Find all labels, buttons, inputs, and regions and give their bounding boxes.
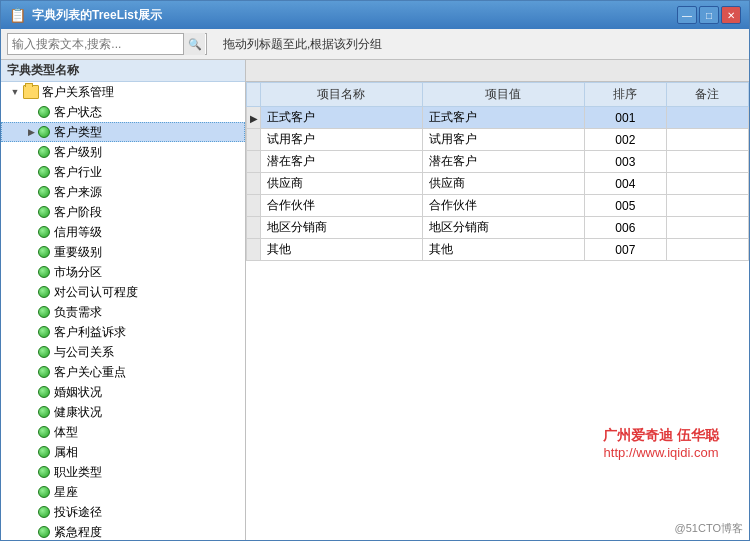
- cell-note: [666, 195, 748, 217]
- table-row[interactable]: 合作伙伴 合作伙伴 005: [247, 195, 749, 217]
- tree-item-18[interactable]: 属相: [1, 442, 245, 462]
- table-row[interactable]: 潜在客户 潜在客户 003: [247, 151, 749, 173]
- tree-item-label-8: 重要级别: [54, 244, 102, 261]
- tree-root-row[interactable]: ▼ 客户关系管理: [1, 82, 245, 102]
- status-dot-14: [38, 366, 50, 378]
- tree-item-17[interactable]: 体型: [1, 422, 245, 442]
- tree-item-9[interactable]: 市场分区: [1, 262, 245, 282]
- row-indicator: [247, 151, 261, 173]
- tree-item-label-17: 体型: [54, 424, 78, 441]
- tree-item-10[interactable]: 对公司认可程度: [1, 282, 245, 302]
- tree-item-6[interactable]: 客户阶段: [1, 202, 245, 222]
- search-input[interactable]: [8, 37, 183, 51]
- status-dot-11: [38, 306, 50, 318]
- tree-item-label-7: 信用等级: [54, 224, 102, 241]
- table-row[interactable]: ▶ 正式客户 正式客户 001: [247, 107, 749, 129]
- tree-item-label-2: 客户类型: [54, 124, 102, 141]
- status-dot-16: [38, 406, 50, 418]
- tree-item-label-11: 负责需求: [54, 304, 102, 321]
- status-dot-12: [38, 326, 50, 338]
- col-name[interactable]: 项目名称: [261, 83, 423, 107]
- tree-item-label-15: 婚姻状况: [54, 384, 102, 401]
- minimize-button[interactable]: —: [677, 6, 697, 24]
- tree-item-19[interactable]: 职业类型: [1, 462, 245, 482]
- tree-item-label-12: 客户利益诉求: [54, 324, 126, 341]
- cell-name: 潜在客户: [261, 151, 423, 173]
- row-indicator: [247, 173, 261, 195]
- tree-item-label-9: 市场分区: [54, 264, 102, 281]
- tree-item-21[interactable]: 投诉途径: [1, 502, 245, 522]
- tree-collapse-icon[interactable]: ▼: [7, 84, 23, 100]
- toolbar: 🔍 拖动列标题至此,根据该列分组: [1, 29, 749, 60]
- search-button[interactable]: 🔍: [183, 33, 205, 55]
- tree-item-4[interactable]: 客户行业: [1, 162, 245, 182]
- cell-name: 合作伙伴: [261, 195, 423, 217]
- title-bar: 📋 字典列表的TreeList展示 — □ ✕: [1, 1, 749, 29]
- status-dot-7: [38, 226, 50, 238]
- cell-order: 007: [584, 239, 666, 261]
- tree-item-label-4: 客户行业: [54, 164, 102, 181]
- watermark-line1: 广州爱奇迪 伍华聪: [603, 427, 719, 445]
- watermark: 广州爱奇迪 伍华聪 http://www.iqidi.com: [603, 427, 719, 460]
- cell-name: 正式客户: [261, 107, 423, 129]
- tree-item-12[interactable]: 客户利益诉求: [1, 322, 245, 342]
- window-title: 字典列表的TreeList展示: [32, 7, 162, 24]
- tree-item-label-22: 紧急程度: [54, 524, 102, 541]
- cell-note: [666, 239, 748, 261]
- col-order[interactable]: 排序: [584, 83, 666, 107]
- tree-item-7[interactable]: 信用等级: [1, 222, 245, 242]
- tree-item-label-19: 职业类型: [54, 464, 102, 481]
- row-indicator: [247, 239, 261, 261]
- table-row[interactable]: 供应商 供应商 004: [247, 173, 749, 195]
- cell-name: 其他: [261, 239, 423, 261]
- status-dot-6: [38, 206, 50, 218]
- status-dot-22: [38, 526, 50, 538]
- right-panel: 项目名称 项目值 排序 备注 ▶ 正式客户 正式客户 001 试用客户 试用客户…: [246, 60, 749, 540]
- copyright: @51CTO博客: [675, 521, 743, 536]
- status-dot-15: [38, 386, 50, 398]
- maximize-button[interactable]: □: [699, 6, 719, 24]
- tree-item-label-1: 客户状态: [54, 104, 102, 121]
- cell-name: 供应商: [261, 173, 423, 195]
- main-content: 字典类型名称 ▼ 客户关系管理 客户状态 ▶ 客户类型: [1, 60, 749, 540]
- table-row[interactable]: 地区分销商 地区分销商 006: [247, 217, 749, 239]
- tree-arrow-2: ▶: [24, 127, 38, 137]
- tree-item-15[interactable]: 婚姻状况: [1, 382, 245, 402]
- watermark-line2: http://www.iqidi.com: [603, 445, 719, 460]
- cell-value: 其他: [422, 239, 584, 261]
- col-value[interactable]: 项目值: [422, 83, 584, 107]
- window-icon: 📋: [9, 7, 26, 23]
- tree-item-1[interactable]: 客户状态: [1, 102, 245, 122]
- close-button[interactable]: ✕: [721, 6, 741, 24]
- tree-item-22[interactable]: 紧急程度: [1, 522, 245, 540]
- tree-item-2[interactable]: ▶ 客户类型: [1, 122, 245, 142]
- col-note[interactable]: 备注: [666, 83, 748, 107]
- tree-item-20[interactable]: 星座: [1, 482, 245, 502]
- status-dot-18: [38, 446, 50, 458]
- status-dot-19: [38, 466, 50, 478]
- status-dot-8: [38, 246, 50, 258]
- tree-item-13[interactable]: 与公司关系: [1, 342, 245, 362]
- grid-container[interactable]: 项目名称 项目值 排序 备注 ▶ 正式客户 正式客户 001 试用客户 试用客户…: [246, 82, 749, 540]
- table-row[interactable]: 试用客户 试用客户 002: [247, 129, 749, 151]
- tree-item-5[interactable]: 客户来源: [1, 182, 245, 202]
- left-tree[interactable]: ▼ 客户关系管理 客户状态 ▶ 客户类型: [1, 82, 245, 540]
- folder-icon: [23, 85, 39, 99]
- tree-item-16[interactable]: 健康状况: [1, 402, 245, 422]
- tree-item-label-16: 健康状况: [54, 404, 102, 421]
- data-grid: 项目名称 项目值 排序 备注 ▶ 正式客户 正式客户 001 试用客户 试用客户…: [246, 82, 749, 261]
- cell-order: 006: [584, 217, 666, 239]
- tree-item-14[interactable]: 客户关心重点: [1, 362, 245, 382]
- tree-item-11[interactable]: 负责需求: [1, 302, 245, 322]
- tree-item-3[interactable]: 客户级别: [1, 142, 245, 162]
- cell-value: 供应商: [422, 173, 584, 195]
- cell-order: 002: [584, 129, 666, 151]
- group-header: [246, 60, 749, 82]
- left-panel: 字典类型名称 ▼ 客户关系管理 客户状态 ▶ 客户类型: [1, 60, 246, 540]
- tree-item-8[interactable]: 重要级别: [1, 242, 245, 262]
- col-indicator: [247, 83, 261, 107]
- table-row[interactable]: 其他 其他 007: [247, 239, 749, 261]
- cell-order: 001: [584, 107, 666, 129]
- search-box[interactable]: 🔍: [7, 33, 207, 55]
- cell-value: 潜在客户: [422, 151, 584, 173]
